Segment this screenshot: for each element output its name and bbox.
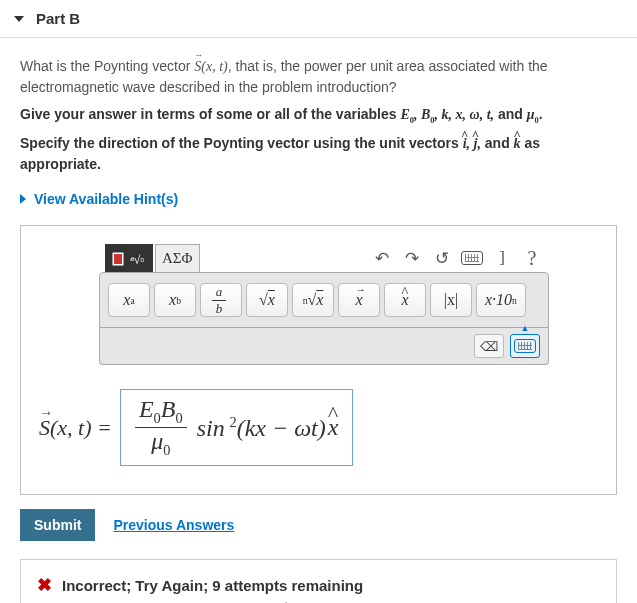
answer-expression-row: S(x, t) = E0B0 μ0 sin 2(kx − ωt) x [21,365,616,494]
answer-input[interactable]: E0B0 μ0 sin 2(kx − ωt) x [120,389,354,466]
btn-nroot[interactable]: n√x [292,283,334,317]
btn-abs[interactable]: |x| [430,283,472,317]
editor-tabs: ⁿ√▫ ΑΣΦ [105,244,200,272]
btn-hat[interactable]: x [384,283,426,317]
question-line-2: Give your answer in terms of some or all… [20,104,617,127]
q1-pre: What is the Poynting vector [20,58,194,74]
poynting-symbol: S(x, t) [194,59,227,74]
btn-subscript[interactable]: xb [154,283,196,317]
btn-vector[interactable]: x [338,283,380,317]
btn-sci[interactable]: x·10n [476,283,526,317]
editor-bottom-row: ⌫ [99,328,549,365]
btn-fraction[interactable]: ab [200,283,242,317]
btn-superscript[interactable]: xa [108,283,150,317]
editor-tab-row: ⁿ√▫ ΑΣΦ ↶ ↷ ↺ ] ? [99,244,549,272]
feedback-title-row: ✖ Incorrect; Try Again; 9 attempts remai… [37,574,600,596]
keyboard-toggle-icon[interactable] [510,334,540,358]
q2-pre: Give your answer in terms of some or all… [20,106,400,122]
q2-mu: μ0 [527,107,539,122]
caret-right-icon [20,194,26,204]
tab-greek[interactable]: ΑΣΦ [155,244,200,272]
previous-answers-link[interactable]: Previous Answers [113,517,234,533]
question-line-1: What is the Poynting vector S(x, t), tha… [20,56,617,98]
answer-fraction: E0B0 μ0 [135,396,187,459]
q3-vecs: i, j, [463,136,481,151]
question-body: What is the Poynting vector S(x, t), tha… [0,38,637,207]
help-icon[interactable]: ? [521,247,543,269]
hints-label: View Available Hint(s) [34,191,178,207]
submit-row: Submit Previous Answers [20,509,617,541]
view-hints-link[interactable]: View Available Hint(s) [20,191,617,207]
equation-editor: ⁿ√▫ ΑΣΦ ↶ ↷ ↺ ] ? xa xb ab √x n√x x x |x… [99,244,549,365]
collapse-caret-icon [14,16,24,22]
btn-sqrt[interactable]: √x [246,283,288,317]
q2-and: and [498,106,527,122]
q2-vars: E0, B0, k, x, ω, t, [400,107,494,122]
bracket-button[interactable]: ] [491,247,513,269]
frac-numerator: E0B0 [135,396,187,428]
undo-icon[interactable]: ↶ [371,247,393,269]
q3-k: k [514,136,521,151]
q2-end: . [539,106,543,122]
submit-button[interactable]: Submit [20,509,95,541]
part-header[interactable]: Part B [0,0,637,38]
editor-right-icons: ↶ ↷ ↺ ] ? [371,247,543,269]
frac-denominator: μ0 [147,428,174,459]
answer-lhs: S(x, t) = [39,415,112,441]
q3-and: and [485,135,514,151]
part-title: Part B [36,10,80,27]
redo-icon[interactable]: ↷ [401,247,423,269]
svg-rect-1 [114,254,122,264]
feedback-title: Incorrect; Try Again; 9 attempts remaini… [62,577,363,594]
answer-unit-vector: x [328,414,339,441]
question-line-3: Specify the direction of the Poynting ve… [20,133,617,175]
template-button-row: xa xb ab √x n√x x x |x| x·10n [99,272,549,328]
feedback-box: ✖ Incorrect; Try Again; 9 attempts remai… [20,559,617,603]
backspace-icon[interactable]: ⌫ [474,334,504,358]
incorrect-icon: ✖ [37,574,52,596]
svg-text:ⁿ√▫: ⁿ√▫ [130,253,145,267]
template-palette-icon: ⁿ√▫ [112,250,146,268]
answer-trig: sin 2(kx − ωt) [191,414,326,442]
answer-area: ⁿ√▫ ΑΣΦ ↶ ↷ ↺ ] ? xa xb ab √x n√x x x |x… [20,225,617,495]
reset-icon[interactable]: ↺ [431,247,453,269]
q3-pre: Specify the direction of the Poynting ve… [20,135,463,151]
tab-templates[interactable]: ⁿ√▫ [105,244,153,272]
keyboard-icon[interactable] [461,247,483,269]
